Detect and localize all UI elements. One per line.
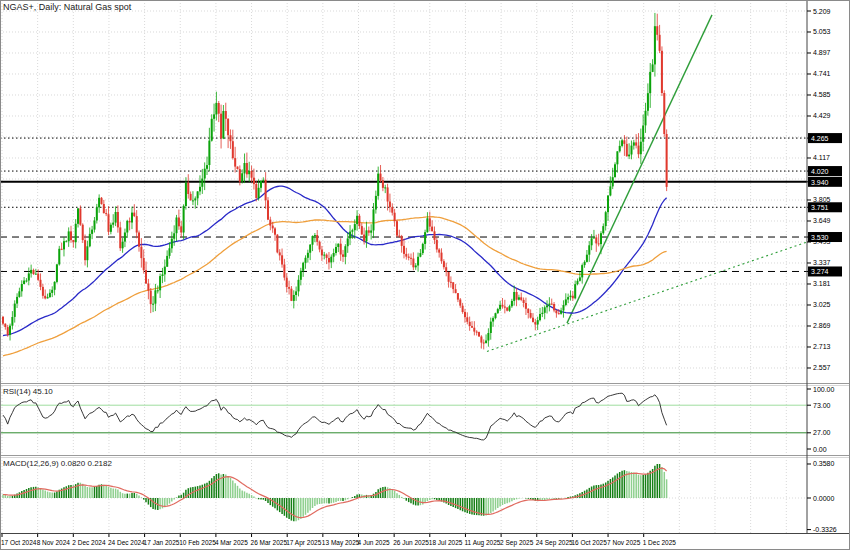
chart-canvas[interactable]: 5.2095.0534.8974.7414.5854.4294.1173.805… [0, 0, 850, 550]
price-tick-label: 4.585 [813, 91, 831, 98]
date-label: 17 Oct 2024 [1, 539, 37, 546]
price-tick-label: 3.649 [813, 217, 831, 224]
price-level-badge-label: 3.940 [811, 179, 829, 186]
date-label: 13 May 2025 [322, 539, 360, 547]
date-label: 7 Nov 2025 [607, 539, 641, 546]
rsi-axis-label: 100.00 [813, 386, 835, 393]
date-label: 2 Sep 2025 [500, 539, 534, 547]
price-tick-label: 3.337 [813, 259, 831, 266]
macd-axis-label: 0.0000 [813, 495, 835, 502]
date-label: 16 Oct 2025 [571, 539, 607, 546]
price-tick-label: 2.557 [813, 364, 831, 371]
price-tick-label: 2.713 [813, 343, 831, 350]
price-tick-label: 4.117 [813, 154, 830, 161]
date-label: 17 Jan 2025 [144, 539, 180, 546]
price-level-badge-label: 3.530 [811, 234, 829, 241]
macd-axis-label: 0.3580 [813, 460, 835, 467]
date-label: 4 Jun 2025 [358, 539, 391, 546]
rsi-axis-label: 73.00 [813, 402, 831, 409]
price-level-badge-label: 3.274 [811, 268, 829, 275]
price-tick-label: 4.897 [813, 49, 831, 56]
date-label: 24 Sep 2025 [536, 539, 573, 547]
date-label: 26 Jun 2025 [393, 539, 429, 546]
date-label: 4 Mar 2025 [215, 539, 248, 546]
price-tick-label: 4.429 [813, 112, 831, 119]
price-tick-label: 3.025 [813, 301, 831, 308]
date-label: 17 Apr 2025 [286, 539, 321, 547]
date-label: 10 Feb 2025 [179, 539, 216, 546]
date-label: 1 Dec 2025 [643, 539, 677, 546]
date-label: 26 Mar 2025 [251, 539, 288, 546]
price-tick-label: 3.181 [813, 280, 831, 287]
rsi-axis-label: 0.00 [813, 446, 827, 453]
price-tick-label: 5.053 [813, 28, 831, 35]
price-tick-label: 2.869 [813, 322, 831, 329]
date-label: 24 Dec 2024 [108, 539, 145, 546]
date-label: 2 Dec 2024 [72, 539, 106, 546]
chart-window: 5.2095.0534.8974.7414.5854.4294.1173.805… [0, 0, 850, 550]
price-level-badge-label: 3.751 [811, 204, 829, 211]
price-level-badge-label: 4.020 [811, 168, 829, 175]
background [0, 0, 850, 550]
price-tick-label: 5.209 [813, 8, 831, 15]
date-label: 18 Jul 2025 [429, 539, 463, 546]
date-label: 11 Aug 2025 [464, 539, 500, 547]
date-label: 8 Nov 2024 [37, 539, 71, 546]
macd-axis-label: -0.3326 [813, 526, 837, 533]
price-tick-label: 4.741 [813, 70, 831, 77]
price-level-badge-label: 4.265 [811, 135, 829, 142]
rsi-axis-label: 27.00 [813, 429, 831, 436]
